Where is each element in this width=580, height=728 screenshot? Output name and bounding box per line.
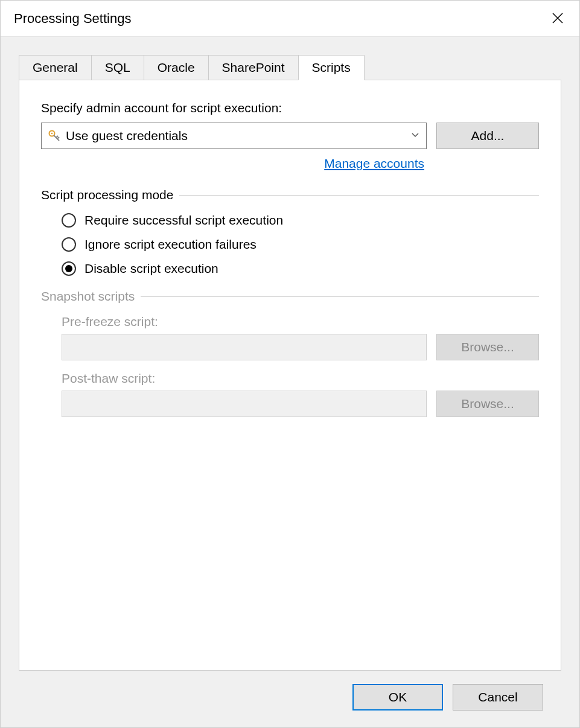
manage-accounts-link[interactable]: Manage accounts — [324, 156, 424, 170]
dialog-footer: OK Cancel — [19, 671, 561, 727]
window-title: Processing Settings — [14, 11, 131, 27]
divider — [141, 296, 539, 297]
post-thaw-input — [62, 391, 427, 417]
admin-account-row: Use guest credentials Add... — [41, 123, 539, 149]
pre-freeze-label: Pre-freeze script: — [62, 315, 539, 329]
radio-label: Ignore script execution failures — [84, 237, 257, 252]
processing-settings-dialog: Processing Settings General SQL Oracle S… — [0, 0, 580, 728]
radio-label: Disable script execution — [84, 261, 218, 276]
snapshot-header: Snapshot scripts — [41, 289, 539, 304]
close-icon — [552, 12, 564, 24]
manage-accounts-row: Manage accounts — [41, 156, 539, 171]
snapshot-section: Pre-freeze script: Browse... Post-thaw s… — [41, 315, 539, 417]
processing-mode-radios: Require successful script execution Igno… — [41, 213, 539, 276]
ok-button[interactable]: OK — [352, 684, 443, 710]
tab-scripts[interactable]: Scripts — [298, 55, 365, 80]
radio-icon — [62, 237, 76, 252]
tab-sharepoint[interactable]: SharePoint — [208, 55, 299, 80]
radio-disable-execution[interactable]: Disable script execution — [62, 261, 539, 276]
tab-sql[interactable]: SQL — [91, 55, 144, 80]
radio-ignore-failures[interactable]: Ignore script execution failures — [62, 237, 539, 252]
processing-mode-header: Script processing mode — [41, 188, 539, 202]
chevron-down-icon — [410, 130, 420, 142]
pre-freeze-input — [62, 334, 427, 360]
pre-freeze-row: Browse... — [62, 334, 539, 360]
post-thaw-label: Post-thaw script: — [62, 371, 539, 386]
post-thaw-browse-button: Browse... — [436, 391, 539, 417]
radio-icon — [62, 261, 76, 276]
radio-require-success[interactable]: Require successful script execution — [62, 213, 539, 228]
close-button[interactable] — [547, 8, 569, 30]
titlebar: Processing Settings — [1, 1, 579, 37]
tabs-row: General SQL Oracle SharePoint Scripts — [19, 55, 561, 80]
add-account-button[interactable]: Add... — [436, 123, 539, 149]
pre-freeze-browse-button: Browse... — [436, 334, 539, 360]
snapshot-title: Snapshot scripts — [41, 289, 135, 304]
content-area: General SQL Oracle SharePoint Scripts Sp… — [1, 37, 579, 727]
tab-oracle[interactable]: Oracle — [144, 55, 209, 80]
svg-point-1 — [51, 133, 53, 135]
admin-account-selected: Use guest credentials — [66, 129, 410, 143]
radio-label: Require successful script execution — [84, 213, 283, 228]
admin-account-combo[interactable]: Use guest credentials — [41, 123, 427, 149]
key-icon — [48, 129, 61, 142]
admin-account-label: Specify admin account for script executi… — [41, 101, 539, 115]
post-thaw-row: Browse... — [62, 391, 539, 417]
cancel-button[interactable]: Cancel — [453, 684, 543, 710]
tab-panel-scripts: Specify admin account for script executi… — [19, 80, 561, 671]
processing-mode-title: Script processing mode — [41, 188, 173, 202]
divider — [179, 195, 539, 196]
tab-general[interactable]: General — [19, 55, 92, 80]
radio-icon — [62, 213, 76, 228]
